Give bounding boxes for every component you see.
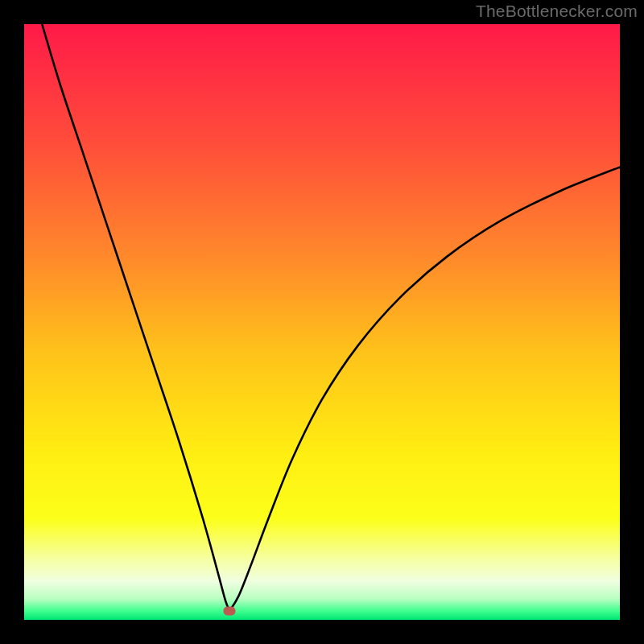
watermark-text: TheBottlenecker.com [476, 2, 638, 21]
chart-background-gradient [24, 24, 620, 620]
svg-rect-0 [24, 24, 620, 620]
chart-minimum-marker [224, 606, 236, 615]
chart-plot-area [24, 24, 620, 620]
